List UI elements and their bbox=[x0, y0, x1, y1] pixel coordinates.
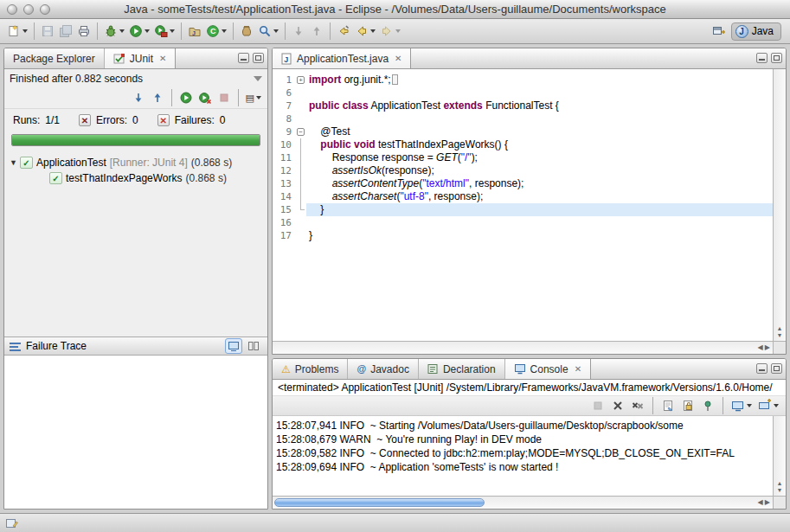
fast-view-icon[interactable] bbox=[5, 516, 19, 530]
code-text[interactable]: assertCharset("utf-8", response); bbox=[306, 190, 773, 203]
java-perspective-button[interactable]: J Java bbox=[731, 22, 781, 41]
display-selected-console-button[interactable] bbox=[729, 397, 754, 414]
tab-junit[interactable]: JUnit ✕ bbox=[105, 48, 177, 68]
tab-declaration[interactable]: Declaration bbox=[419, 359, 505, 379]
previous-failed-test-button[interactable] bbox=[149, 89, 166, 106]
test-run-history-button[interactable]: ▤ bbox=[244, 89, 263, 106]
minimize-window-button[interactable] bbox=[23, 4, 34, 15]
tab-javadoc[interactable]: @ Javadoc bbox=[348, 359, 418, 379]
debug-button[interactable] bbox=[102, 21, 126, 42]
zoom-window-button[interactable] bbox=[40, 4, 50, 15]
stop-test-button[interactable] bbox=[215, 89, 233, 106]
workbench: Package Explorer JUnit ✕ Finished after … bbox=[0, 44, 790, 513]
tab-problems[interactable]: ⚠ Problems bbox=[273, 359, 348, 379]
open-jar-button[interactable] bbox=[238, 21, 255, 42]
fold-toggle-icon[interactable]: + bbox=[295, 74, 306, 87]
run-button[interactable] bbox=[127, 21, 151, 42]
scrollbar-arrows-icon[interactable]: ◀ ▶ bbox=[757, 343, 770, 351]
rerun-failed-first-button[interactable] bbox=[196, 89, 214, 106]
junit-finished-text: Finished after 0.882 seconds bbox=[10, 73, 143, 85]
code-text[interactable]: Response response = GET("/"); bbox=[306, 151, 773, 164]
junit-icon bbox=[113, 53, 125, 65]
tab-console[interactable]: Console ✕ bbox=[505, 359, 591, 379]
code-text[interactable]: import org.junit.*; bbox=[306, 74, 773, 87]
view-menu-icon[interactable] bbox=[254, 76, 262, 81]
close-icon[interactable]: ✕ bbox=[575, 364, 581, 374]
maximize-view-button[interactable] bbox=[253, 53, 264, 63]
debug-dropdown-icon[interactable] bbox=[119, 29, 125, 33]
code-text[interactable]: @Test bbox=[306, 125, 773, 138]
new-class-button[interactable]: C bbox=[204, 21, 228, 42]
back-button[interactable] bbox=[353, 21, 377, 42]
maximize-editor-button[interactable] bbox=[771, 53, 782, 63]
editor-code-lines[interactable]: 1+import org.junit.*;67public class Appl… bbox=[273, 69, 773, 341]
minimize-console-button[interactable] bbox=[756, 363, 768, 374]
code-text[interactable]: assertIsOk(response); bbox=[306, 164, 773, 177]
minimize-view-button[interactable] bbox=[238, 53, 249, 63]
code-line: 7public class ApplicationTest extends Fu… bbox=[273, 99, 773, 112]
remove-all-launches-button[interactable] bbox=[629, 397, 646, 414]
scrollbar-arrows-icon[interactable]: ▲▼ bbox=[774, 480, 786, 494]
pin-console-button[interactable] bbox=[699, 397, 716, 414]
code-text[interactable]: } bbox=[306, 203, 773, 216]
show-stacktrace-in-console-button[interactable] bbox=[225, 338, 242, 354]
code-text[interactable] bbox=[306, 216, 773, 229]
code-text[interactable]: public void testThatIndexPageWorks() { bbox=[306, 138, 773, 151]
scrollbar-arrows-icon[interactable]: ◀ ▶ bbox=[757, 498, 770, 506]
external-tools-dropdown-icon[interactable] bbox=[170, 29, 175, 33]
tab-package-explorer[interactable]: Package Explorer bbox=[4, 48, 105, 68]
save-button[interactable] bbox=[39, 21, 56, 42]
open-console-dropdown-icon[interactable] bbox=[774, 404, 779, 407]
search-dropdown-icon[interactable] bbox=[273, 29, 279, 33]
java-search-button[interactable] bbox=[256, 21, 280, 42]
rerun-test-button[interactable] bbox=[177, 89, 195, 106]
clear-console-button[interactable] bbox=[659, 397, 677, 414]
forward-button[interactable] bbox=[378, 21, 402, 42]
maximize-console-button[interactable] bbox=[771, 363, 782, 374]
test-tree-item[interactable]: ✓testThatIndexPageWorks(0.868 s) bbox=[6, 170, 266, 186]
console-horizontal-scrollbar[interactable]: ◀ ▶ bbox=[273, 496, 773, 509]
editor-vertical-scrollbar[interactable]: ▲▼ bbox=[773, 69, 786, 341]
display-console-dropdown-icon[interactable] bbox=[747, 404, 752, 407]
print-button[interactable] bbox=[75, 21, 93, 42]
fold-toggle-icon[interactable]: − bbox=[295, 125, 306, 138]
scroll-lock-button[interactable] bbox=[679, 397, 697, 414]
last-edit-location-button[interactable] bbox=[335, 21, 352, 42]
new-class-dropdown-icon[interactable] bbox=[222, 29, 227, 33]
new-wizard-button[interactable] bbox=[5, 21, 29, 42]
open-perspective-button[interactable] bbox=[710, 21, 727, 42]
scrollbar-arrows-icon[interactable]: ▲▼ bbox=[774, 325, 786, 339]
new-dropdown-icon[interactable] bbox=[22, 29, 28, 33]
compare-result-button[interactable] bbox=[245, 338, 262, 354]
code-text[interactable] bbox=[306, 87, 773, 99]
run-dropdown-icon[interactable] bbox=[145, 29, 150, 33]
external-tools-button[interactable] bbox=[152, 21, 177, 42]
code-text[interactable]: assertContentType("text/html", response)… bbox=[306, 177, 773, 190]
console-output[interactable]: 15:28:07,941 INFO ~ Starting /Volumes/Da… bbox=[273, 416, 773, 496]
line-number: 7 bbox=[273, 99, 295, 112]
history-dropdown-icon[interactable] bbox=[256, 96, 261, 99]
next-failed-test-button[interactable] bbox=[130, 89, 147, 106]
close-icon[interactable]: ✕ bbox=[395, 54, 401, 63]
terminate-button[interactable] bbox=[589, 397, 607, 414]
close-icon[interactable]: ✕ bbox=[159, 54, 166, 63]
forward-dropdown-icon[interactable] bbox=[395, 29, 401, 33]
previous-annotation-button[interactable] bbox=[308, 21, 325, 42]
close-window-button[interactable] bbox=[7, 4, 17, 15]
minimize-editor-button[interactable] bbox=[756, 53, 768, 63]
disclosure-triangle-icon[interactable]: ▼ bbox=[10, 158, 20, 167]
code-text[interactable]: } bbox=[306, 229, 773, 242]
save-all-button[interactable] bbox=[57, 21, 74, 42]
editor-horizontal-scrollbar[interactable]: ◀ ▶ bbox=[273, 341, 773, 354]
tab-applicationtest-java[interactable]: J ApplicationTest.java ✕ bbox=[273, 48, 411, 68]
test-tree-item[interactable]: ▼✓ApplicationTest[Runner: JUnit 4](0.868… bbox=[6, 155, 266, 170]
console-vertical-scrollbar[interactable]: ▲▼ bbox=[773, 416, 786, 496]
next-annotation-button[interactable] bbox=[290, 21, 307, 42]
remove-launch-button[interactable] bbox=[609, 397, 626, 414]
open-console-button[interactable] bbox=[756, 397, 780, 414]
back-dropdown-icon[interactable] bbox=[370, 29, 376, 33]
code-text[interactable]: public class ApplicationTest extends Fun… bbox=[306, 99, 773, 112]
new-java-project-button[interactable]: J bbox=[186, 21, 203, 42]
code-text[interactable] bbox=[306, 112, 773, 125]
scrollbar-thumb[interactable] bbox=[274, 498, 485, 507]
